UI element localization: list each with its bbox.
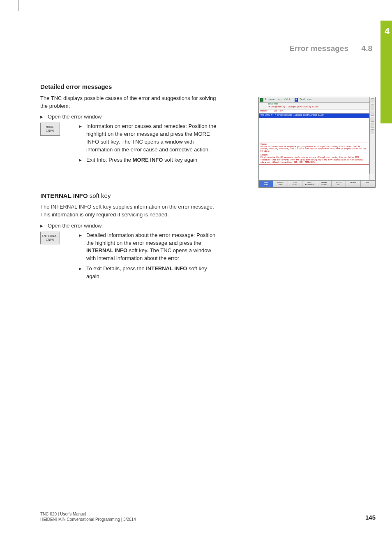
section2: INTERNAL INFO soft key The INTERNAL INFO…	[40, 191, 376, 283]
ss-sk-change-window[interactable]: CHANGEWINDOW	[317, 181, 332, 187]
side-button[interactable]	[371, 123, 374, 128]
ss-sk-log-files[interactable]: LOGFILES	[288, 181, 302, 187]
side-button[interactable]	[371, 98, 374, 103]
side-button[interactable]	[371, 129, 374, 134]
sub-text: Information on error causes and remedies…	[86, 123, 219, 153]
section2-detail: INTERNAL INFO ▶ Detailed information abo…	[40, 232, 376, 283]
ss-info-pane: Cause: Within an unresolved FK sequence …	[259, 142, 369, 165]
crop-mark-h	[0, 11, 11, 11]
ss-sk-delete-all[interactable]: DELETEALL	[332, 181, 346, 187]
ss-sk-delete[interactable]: DELETE	[346, 181, 360, 187]
triangle-icon: ▶	[40, 223, 45, 229]
ss-upper-pane	[259, 118, 369, 142]
chapter-number: 4	[385, 25, 390, 38]
ss-title-left: Program run, full…	[265, 98, 292, 102]
footer-text: TNC 620 | User's Manual HEIDENHAIN Conve…	[40, 511, 136, 522]
bullet-text: Open the error window	[48, 113, 102, 121]
side-button[interactable]	[371, 104, 374, 109]
ss-sk-more-functions[interactable]: MOREFUNCTIONS	[302, 181, 317, 187]
sub-bullet: ▶ Information on error causes and remedi…	[79, 123, 219, 153]
win-icon: ▦	[295, 98, 298, 102]
ss-subtitle: Test run FK programming: Illegal positio…	[259, 103, 369, 110]
ss-columns: Number Type Text	[259, 109, 369, 114]
ss-sk-internal-info[interactable]: INTERNALINFO	[273, 181, 288, 187]
ss-side-toolbar	[369, 97, 375, 174]
ss-titlebar: ➜ Program run, full… ▦ Test run	[259, 97, 369, 103]
side-button[interactable]	[371, 117, 374, 122]
detail-text: ▶ Information on error causes and remedi…	[79, 123, 219, 166]
softkey-line2: INFO	[42, 129, 59, 133]
internal-info-softkey[interactable]: INTERNAL INFO	[40, 232, 60, 245]
softkey-col: MORE INFO	[40, 123, 79, 136]
ss-lower-pane	[259, 165, 369, 180]
action-text: First resolve the FK sequence completely…	[261, 156, 368, 164]
detail-text: ▶ Detailed information about the error m…	[79, 232, 219, 283]
ss-softkey-row: MOREINFO INTERNALINFO LOGFILES MOREFUNCT…	[259, 180, 375, 187]
softkey-line2: INFO	[42, 238, 59, 242]
section2-heading: INTERNAL INFO soft key	[40, 191, 376, 200]
arrow-icon: ➜	[260, 98, 263, 102]
ss-sk-end[interactable]: END	[361, 181, 375, 187]
section2-intro: The INTERNAL INFO soft key supplies info…	[40, 203, 217, 219]
footer-line2: HEIDENHAIN Conversational Programming | …	[40, 517, 136, 522]
triangle-icon: ▶	[79, 158, 84, 164]
running-header: Error messages 4.8	[40, 43, 376, 55]
header-section: 4.8	[362, 43, 372, 54]
ss-title-right: Test run	[300, 98, 311, 102]
footer-line1: TNC 620 | User's Manual	[40, 511, 136, 517]
sub-bullet: ▶ Exit Info: Press the MORE INFO soft ke…	[79, 156, 219, 164]
section1-bullet1: ▶ Open the error window	[40, 113, 217, 121]
ss-selected-row[interactable]: 402-0003 ✖ FK programming: Illegal posit…	[259, 114, 369, 117]
triangle-icon: ▶	[79, 266, 84, 281]
side-button[interactable]	[371, 111, 374, 116]
sub-text: To exit Details, press the INTERNAL INFO…	[86, 265, 219, 281]
ss-sk-more-info[interactable]: MOREINFO	[259, 181, 273, 187]
triangle-icon: ▶	[40, 114, 45, 120]
page-number: 145	[365, 513, 376, 522]
section1-intro: The TNC displays possible causes of the …	[40, 95, 217, 110]
section2-bullet1: ▶ Open the error window.	[40, 222, 217, 230]
sub-bullet: ▶ To exit Details, press the INTERNAL IN…	[79, 265, 219, 281]
bullet-text: Open the error window.	[48, 222, 103, 230]
header-title: Error messages	[289, 43, 348, 54]
sub-text: Detailed information about the error mes…	[86, 232, 219, 262]
more-info-softkey[interactable]: MORE INFO	[40, 123, 60, 136]
sub-bullet: ▶ Detailed information about the error m…	[79, 232, 219, 262]
section1-heading: Detailed error messages	[40, 82, 376, 91]
crop-mark-v	[18, 0, 18, 11]
sub-text: Exit Info: Press the MORE INFO soft key …	[86, 156, 197, 164]
cause-text: Within an unresolved FK sequence you pro…	[261, 146, 368, 153]
softkey-col: INTERNAL INFO	[40, 232, 79, 245]
tnc-screenshot: ✳ ➜ Program run, full… ▦ Test run Test r…	[258, 97, 376, 188]
triangle-icon: ▶	[79, 124, 84, 153]
triangle-icon: ▶	[79, 233, 84, 262]
